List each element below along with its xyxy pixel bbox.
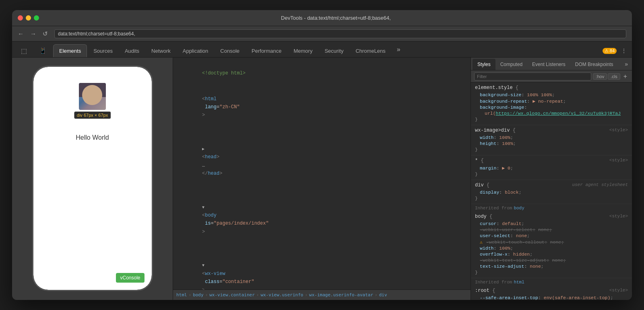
style-prop-safe-area-top: --safe-area-inset-top: env(safe-area-ins… bbox=[475, 295, 628, 300]
style-rule-star: * { <style> margin: ▶ 0; } bbox=[471, 155, 632, 180]
rule-selector-body: body { <style> bbox=[475, 214, 628, 219]
tab-network[interactable]: Network bbox=[146, 44, 176, 57]
more-styles-tabs[interactable]: » bbox=[622, 59, 630, 69]
rule-selector-wximage: wx-image>div { <style> bbox=[475, 128, 628, 133]
devtools-settings-button[interactable]: ⋮ bbox=[619, 47, 629, 55]
styles-content: element.style { background-size: 100% 10… bbox=[471, 83, 632, 300]
devtools-icon-inspect[interactable]: ⬚ bbox=[15, 44, 33, 57]
style-prop-display: display: block; bbox=[475, 189, 628, 195]
tab-performance[interactable]: Performance bbox=[246, 44, 287, 57]
url-input[interactable] bbox=[54, 29, 626, 38]
add-style-button[interactable]: + bbox=[622, 73, 629, 80]
style-prop-bgrepeat: background-repeat: ▶ no-repeat; bbox=[475, 98, 628, 104]
devtools-tab-bar: ⬚ 📱 Elements Sources Audits Network Appl… bbox=[12, 41, 632, 58]
avatar-face bbox=[82, 85, 102, 105]
tab-event-listeners[interactable]: Event Listeners bbox=[527, 59, 570, 70]
breadcrumb-wxview-userinfo[interactable]: wx-view.userinfo bbox=[260, 292, 303, 298]
breadcrumb-wximage[interactable]: wx-image.userinfo-avatar bbox=[309, 292, 373, 298]
rule-selector-root: :root { <style> bbox=[475, 288, 628, 293]
style-prop-margin: margin: ▶ 0; bbox=[475, 165, 628, 171]
tab-console[interactable]: Console bbox=[215, 44, 245, 57]
style-rule-root: :root { <style> --safe-area-inset-top: e… bbox=[471, 285, 632, 300]
style-prop-width: width: 100%; bbox=[475, 134, 628, 141]
maximize-button[interactable] bbox=[34, 15, 39, 21]
phone-screen: div 67px × 67px Hello World vConsole bbox=[33, 67, 152, 290]
styles-tab-bar: Styles Computed Event Listeners DOM Brea… bbox=[471, 58, 632, 70]
breadcrumb-wxview-container[interactable]: wx-view.container bbox=[209, 292, 255, 298]
breadcrumb-bar: html › body › wx-view.container › wx-vie… bbox=[173, 289, 471, 300]
dom-line-html[interactable]: <html lang="zh-CN" > bbox=[173, 86, 471, 128]
refresh-button[interactable]: ↺ bbox=[40, 29, 50, 39]
style-prop-body-width: width: 100%; bbox=[475, 245, 628, 251]
titlebar: DevTools - data:text/html;charset=utf-8;… bbox=[12, 10, 632, 26]
rule-close-wximage: } bbox=[475, 147, 628, 153]
tab-elements[interactable]: Elements bbox=[53, 44, 87, 57]
rule-selector-star: * { <style> bbox=[475, 158, 628, 163]
dom-line-doctype[interactable]: <!doctype html> bbox=[173, 61, 471, 86]
tab-security[interactable]: Security bbox=[319, 44, 349, 57]
style-rule-div-ua: div { user agent stylesheet display: blo… bbox=[471, 180, 632, 204]
rule-close-body: } bbox=[475, 269, 628, 275]
style-prop-height: height: 100%; bbox=[475, 141, 628, 147]
selector-text: element.style { bbox=[475, 85, 518, 91]
styles-filter-bar: :hov .cls + bbox=[471, 70, 632, 83]
back-button[interactable]: ← bbox=[15, 29, 26, 39]
tab-memory[interactable]: Memory bbox=[288, 44, 318, 57]
cls-filter-button[interactable]: .cls bbox=[608, 73, 620, 80]
traffic-lights bbox=[18, 15, 39, 21]
style-rule-element: element.style { background-size: 100% 10… bbox=[471, 83, 632, 125]
avatar-container: div 67px × 67px bbox=[79, 83, 106, 110]
more-tabs-button[interactable]: » bbox=[394, 44, 404, 55]
hov-filter-button[interactable]: :hov bbox=[593, 73, 607, 80]
user-agent-label: user agent stylesheet bbox=[572, 182, 628, 187]
dom-tree[interactable]: <!doctype html> <html lang="zh-CN" > ▶ <… bbox=[173, 58, 471, 289]
warning-badge: ⚠ 84 bbox=[603, 48, 617, 54]
breadcrumb-html[interactable]: html bbox=[176, 292, 187, 298]
tab-styles[interactable]: Styles bbox=[473, 59, 495, 70]
doctype-comment: <!doctype html> bbox=[202, 70, 246, 76]
close-button[interactable] bbox=[18, 15, 23, 21]
rule-selector-element: element.style { bbox=[475, 85, 628, 91]
inherited-from-body: Inherited from body bbox=[471, 204, 632, 211]
rule-close-div: } bbox=[475, 195, 628, 201]
style-prop-user-select: user-select: none; bbox=[475, 233, 628, 239]
avatar-image bbox=[79, 83, 106, 110]
dom-panel: <!doctype html> <html lang="zh-CN" > ▶ <… bbox=[173, 58, 471, 300]
tab-application[interactable]: Application bbox=[177, 44, 214, 57]
forward-button[interactable]: → bbox=[28, 29, 39, 39]
inherited-body-tag[interactable]: body bbox=[514, 206, 524, 211]
style-prop-bgsize: background-size: 100% 100%; bbox=[475, 92, 628, 98]
tab-chromelens[interactable]: ChromeLens bbox=[350, 44, 391, 57]
inherited-html-tag[interactable]: html bbox=[514, 280, 524, 285]
devtools-icon-mobile[interactable]: 📱 bbox=[33, 44, 52, 57]
main-content: div 67px × 67px Hello World vConsole <!d… bbox=[12, 58, 632, 300]
warning-icon: ⚠ bbox=[480, 240, 483, 245]
rule-close-element: } bbox=[475, 116, 628, 122]
style-prop-webkit-touch-callout: ⚠ -webkit-touch-callout: none; bbox=[475, 239, 628, 245]
style-rule-body: body { <style> cursor: default; -webkit-… bbox=[471, 211, 632, 278]
tab-dom-breakpoints[interactable]: DOM Breakpoints bbox=[570, 59, 618, 70]
breadcrumb-body[interactable]: body bbox=[193, 292, 204, 298]
style-prop-bgimage: background-image: bbox=[475, 104, 628, 110]
filter-buttons: :hov .cls bbox=[593, 73, 620, 80]
style-prop-text-size-adjust: text-size-adjust: none; bbox=[475, 263, 628, 269]
devtools-window: DevTools - data:text/html;charset=utf-8;… bbox=[12, 10, 632, 300]
dom-line-head[interactable]: ▶ <head> … </head> bbox=[173, 128, 471, 186]
hello-world-text: Hello World bbox=[76, 134, 109, 141]
tab-audits[interactable]: Audits bbox=[119, 44, 145, 57]
style-rule-wximage-div: wx-image>div { <style> width: 100%; heig… bbox=[471, 125, 632, 155]
breadcrumb-div[interactable]: div bbox=[379, 292, 387, 298]
tab-sources[interactable]: Sources bbox=[88, 44, 118, 57]
window-title: DevTools - data:text/html;charset=utf-8;… bbox=[45, 15, 626, 21]
devtools-toolbar-icons: ⚠ 84 ⋮ bbox=[603, 47, 629, 57]
vconsole-button[interactable]: vConsole bbox=[116, 273, 144, 283]
style-prop-cursor: cursor: default; bbox=[475, 221, 628, 227]
minimize-button[interactable] bbox=[26, 15, 31, 21]
preview-panel: div 67px × 67px Hello World vConsole bbox=[12, 58, 173, 300]
dom-line-wxview-container[interactable]: ▼ <wx-view class="container" > bbox=[173, 245, 471, 289]
style-prop-webkit-text-size-adjust: -webkit-text-size-adjust: none; bbox=[475, 257, 628, 263]
tab-computed[interactable]: Computed bbox=[495, 59, 527, 70]
dom-line-body[interactable]: ▼ <body is="pages/index/index" > bbox=[173, 186, 471, 245]
styles-panel: Styles Computed Event Listeners DOM Brea… bbox=[471, 58, 632, 300]
styles-filter-input[interactable] bbox=[474, 72, 591, 81]
